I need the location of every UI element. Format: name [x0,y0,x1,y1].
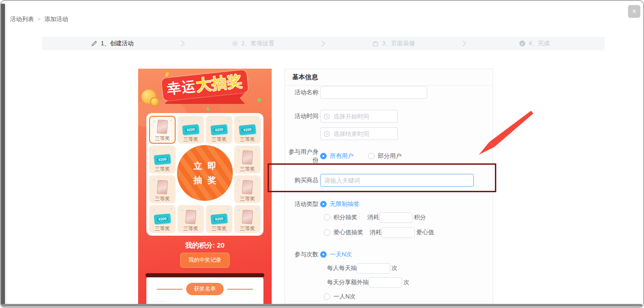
prize-cell: ¥200三等奖 [234,116,261,144]
step-label: 3、页面装修 [382,39,415,48]
per-person-day-label: 每人每天抽 [327,264,357,272]
radio-love-value-lottery[interactable]: 爱心值抽奖 [324,228,370,237]
prize-cell: 三等奖 [177,205,204,233]
radio-unselected-icon[interactable] [324,229,330,236]
radio-partial-users[interactable]: 部分用户 [368,152,402,160]
breadcrumb-separator-icon: > [38,16,41,22]
coupon-value: ¥200 [157,216,168,222]
close-button[interactable]: × [628,5,640,18]
coupon-value: ¥200 [157,157,168,162]
phone-prize-icon [185,210,196,224]
times-unit-label: 次 [392,264,397,272]
share-extra-input[interactable] [369,277,402,288]
radio-unselected-icon[interactable] [324,293,330,300]
radio-all-users[interactable]: 所有用户 [320,152,354,160]
my-points-text: 我的积分: 20 [138,241,272,250]
prize-cell: 三等奖 [149,175,176,203]
draw-now-button[interactable]: 立即 抽奖 [177,145,233,201]
end-time-input[interactable] [320,127,398,140]
prize-label: 三等奖 [212,225,227,232]
prize-label: 三等奖 [240,225,255,232]
chevron-right-icon [322,37,326,50]
confetti [165,72,169,77]
confetti [206,107,209,111]
step-prize-settings[interactable]: 2、奖项设置 [183,37,324,50]
radio-n-times-per-day[interactable]: 一天N次 [320,250,352,259]
activity-type-label: 活动类型 [285,200,318,208]
purchase-goods-keyword-input[interactable] [320,174,474,187]
prize-grid-panel: 三等奖 ¥200三等奖 ¥200三等奖 ¥200三等奖 ¥200三等奖 三等奖 … [146,113,263,236]
activity-name-input[interactable] [320,86,427,99]
coupon-value: ¥200 [214,216,225,222]
radio-points-lottery[interactable]: 积分抽奖 [324,213,367,222]
radio-unselected-icon[interactable] [324,214,330,221]
radio-label: 一天N次 [330,250,352,259]
chevron-right-icon [462,37,466,50]
radio-label: 积分抽奖 [333,213,357,222]
step-label: 1、创建活动 [101,39,134,48]
step-page-decoration[interactable]: 3、页面装修 [323,37,464,50]
draw-now-line2: 抽奖 [188,173,222,187]
breadcrumb-activity-list[interactable]: 活动列表 [10,15,34,23]
coupon-prize-icon: ¥200 [210,213,228,224]
times-unit-label: 次 [403,278,409,286]
step-label: 4、完成 [529,39,550,48]
divider-line [227,289,253,290]
phone-prize-icon [242,210,253,224]
activity-time-label: 活动时间 [285,112,318,120]
radio-selected-icon[interactable] [320,153,327,159]
divider-line [157,289,182,290]
winner-row-text: · · · · [250,299,258,303]
phone-prize-icon [157,119,168,134]
step-label: 2、奖项设置 [242,39,274,48]
consume-points-input[interactable] [379,212,413,223]
lottery-preview: 幸运大抽奖 三等奖 ¥200三等奖 ¥200三等奖 ¥200三等奖 ¥200三等… [138,69,272,306]
prize-label: 三等奖 [212,136,227,143]
breadcrumb: 活动列表 > 添加活动 [10,15,68,23]
my-winning-records-button[interactable]: 我的中奖记录 [180,253,230,268]
coupon-prize-icon: ¥200 [210,124,228,135]
gear-icon [232,40,238,47]
coupon-prize-icon: ¥200 [154,213,171,224]
winners-list-title: 获奖名单 [186,283,224,295]
participation-count-label: 参与次数 [285,250,318,259]
step-create-activity[interactable]: 1、创建活动 [42,37,183,50]
prize-cell: 三等奖 [234,175,261,203]
window-left-edge [1,4,5,305]
radio-label: 无限制抽签 [330,200,360,208]
step-wizard: 1、创建活动 2、奖项设置 3、页面装修 4、完成 [42,37,605,50]
coupon-prize-icon: ¥200 [239,124,256,135]
coupon-prize-icon: ¥200 [154,154,171,165]
prize-label: 三等奖 [240,166,255,173]
pencil-icon [91,40,97,47]
breadcrumb-add-activity: 添加活动 [44,15,68,23]
phone-prize-icon [242,150,253,164]
radio-label: 爱心值抽奖 [333,228,363,237]
ticket-slot-bar [145,273,264,277]
prize-label: 三等奖 [183,136,199,143]
add-activity-window: × 活动列表 > 添加活动 1、创建活动 2、奖项设置 3、页面装修 [0,0,644,308]
coupon-value: ¥200 [185,127,196,132]
start-time-input[interactable] [320,110,398,123]
radio-label: 部分用户 [378,152,402,160]
consume-love-input[interactable] [381,227,415,238]
winner-row: ··· ·· ···· · · · · · · [146,299,263,303]
draw-now-line1: 立即 [188,159,222,173]
winners-panel: 获奖名单 ··· ·· ···· · · · · · · [146,275,263,306]
lottery-title-part2: 大抽奖 [195,72,243,93]
radio-n-times-per-person[interactable]: 一人N次 [324,292,355,301]
prize-cell-selected: 三等奖 [149,116,176,144]
prize-cell: ¥200三等奖 [206,116,232,144]
clock-icon [324,131,330,137]
bag-icon [372,40,379,47]
radio-selected-icon[interactable] [320,201,327,207]
radio-selected-icon[interactable] [320,251,327,258]
coupon-value: ¥200 [242,127,253,132]
radio-unlimited-draw[interactable]: 无限制抽签 [320,200,360,208]
phone-prize-icon [157,180,168,194]
radio-unselected-icon[interactable] [368,153,375,159]
per-person-day-input[interactable] [357,263,390,274]
prize-cell: ¥200三等奖 [206,205,232,233]
step-finish[interactable]: 4、完成 [464,37,605,50]
phone-prize-icon [242,180,253,194]
